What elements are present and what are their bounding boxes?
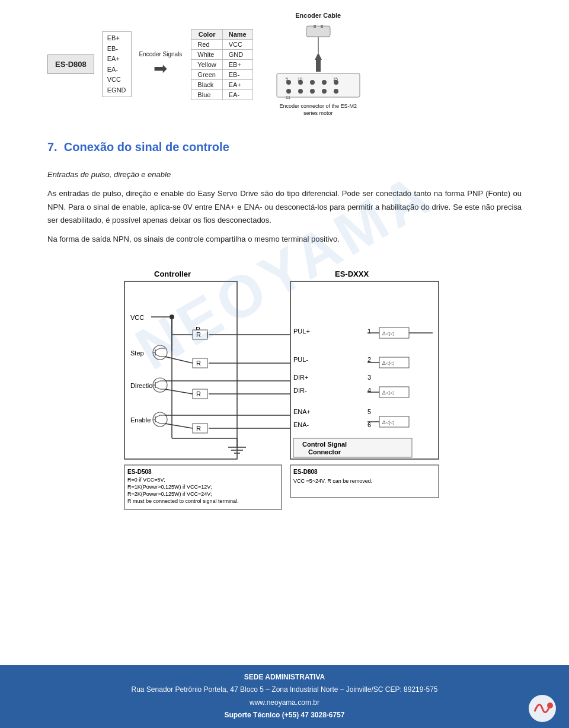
paragraph-1: As entradas de pulso, direção e enable d… <box>47 187 522 226</box>
svg-text:6: 6 <box>367 421 371 428</box>
svg-text:R=2K(Power>0.125W) if VCC=24V;: R=2K(Power>0.125W) if VCC=24V; <box>127 491 212 497</box>
svg-point-120 <box>547 703 553 708</box>
svg-text:ES-D508: ES-D508 <box>127 469 152 475</box>
footer-support: Suporte Técnico (+55) 47 3028-6757 <box>224 711 344 719</box>
footer-logo <box>528 694 557 723</box>
svg-text:4: 4 <box>367 387 371 394</box>
table-row: BlueEA- <box>191 89 252 100</box>
svg-text:ES-DXXX: ES-DXXX <box>335 270 369 278</box>
black-color-cell: Black <box>191 79 222 89</box>
svg-text:15: 15 <box>333 77 338 81</box>
svg-text:5: 5 <box>367 408 371 415</box>
footer-company: SEDE ADMINISTRATIVA <box>244 673 325 681</box>
svg-text:11: 11 <box>286 95 290 100</box>
svg-point-9 <box>310 80 315 85</box>
svg-point-12 <box>286 89 291 94</box>
connector-caption: Encoder connector of the ES-M2 series mo… <box>274 103 363 117</box>
svg-rect-23 <box>290 281 439 459</box>
table-row: WhiteGND <box>191 49 252 59</box>
section-number: 7. <box>47 140 57 153</box>
svg-text:DIR+: DIR+ <box>293 374 308 381</box>
encoder-cable-label: Encoder Cable <box>295 12 341 19</box>
svg-text:∆◁◁: ∆◁◁ <box>382 331 394 336</box>
section-heading: 7. Conexão do sinal de controle <box>47 140 522 154</box>
paragraph-intro: Entradas de pulso, direção e enable <box>47 168 522 181</box>
svg-rect-6 <box>277 73 360 97</box>
svg-text:R: R <box>196 425 201 432</box>
svg-text:DIR-: DIR- <box>293 387 307 394</box>
table-row: GreenEB- <box>191 69 252 79</box>
svg-rect-21 <box>124 281 237 459</box>
encoder-diagram-section: ES-D808 EB+ EB- EA+ EA- VCC EGND Encoder… <box>47 12 522 117</box>
svg-text:3: 3 <box>367 374 371 381</box>
svg-rect-2 <box>321 25 323 28</box>
svg-text:R=0 if VCC=5V;: R=0 if VCC=5V; <box>127 477 165 483</box>
section-title: Conexão do sinal de controle <box>64 140 229 153</box>
svg-point-14 <box>310 89 315 94</box>
svg-text:ENA-: ENA- <box>293 421 309 428</box>
footer-website: www.neoyama.com.br <box>250 698 319 707</box>
svg-text:1: 1 <box>367 328 371 335</box>
encoder-cable-svg: 5 10 15 11 <box>271 23 366 100</box>
svg-text:ES-D808: ES-D808 <box>293 469 318 475</box>
svg-text:VCC =5~24V. R can be removed.: VCC =5~24V. R can be removed. <box>293 478 372 484</box>
signals-list: EB+ EB- EA+ EA- VCC EGND <box>102 31 132 98</box>
svg-text:Direction: Direction <box>130 382 156 389</box>
svg-rect-5 <box>316 60 321 72</box>
svg-text:R: R <box>196 331 201 338</box>
svg-rect-1 <box>314 25 316 28</box>
svg-text:Control Signal: Control Signal <box>302 441 347 448</box>
white-color-cell: White <box>191 49 222 59</box>
svg-text:10: 10 <box>298 77 302 81</box>
svg-text:Controller: Controller <box>154 270 191 278</box>
col-name-header: Name <box>222 29 252 39</box>
page-footer: SEDE ADMINISTRATIVA Rua Senador Petrônio… <box>0 665 569 728</box>
svg-text:∆◁◁: ∆◁◁ <box>382 360 394 366</box>
col-color-header: Color <box>191 29 222 39</box>
svg-point-10 <box>322 80 327 85</box>
svg-text:ENA+: ENA+ <box>293 408 311 415</box>
svg-text:R=1K(Power>0.125W) if VCC=12V;: R=1K(Power>0.125W) if VCC=12V; <box>127 484 212 490</box>
svg-text:VCC: VCC <box>130 314 144 321</box>
svg-text:∆◁◁: ∆◁◁ <box>382 390 394 396</box>
es-d808-box: ES-D808 <box>47 54 94 74</box>
svg-text:2: 2 <box>367 356 371 363</box>
svg-text:R: R <box>196 360 201 367</box>
svg-text:R: R <box>196 390 201 397</box>
svg-text:Step: Step <box>130 349 144 357</box>
svg-text:Connector: Connector <box>308 448 341 456</box>
color-name-table: Color Name RedVCC WhiteGND YellowEB+ Gre… <box>191 29 252 100</box>
svg-text:R must be connected to control: R must be connected to control signal te… <box>127 498 239 504</box>
table-row: BlackEA+ <box>191 79 252 89</box>
circuit-svg: Controller ES-DXXX VCC R R PUL+ 1 <box>119 264 450 518</box>
svg-point-15 <box>322 89 327 94</box>
footer-address: Rua Senador Petrônio Portela, 47 Bloco 5… <box>132 685 438 694</box>
svg-point-16 <box>334 89 338 94</box>
encoder-signals-arrow: Encoder Signals ➡ <box>139 51 183 78</box>
svg-text:∆◁◁: ∆◁◁ <box>382 419 394 425</box>
svg-point-13 <box>298 89 303 94</box>
svg-text:Enable: Enable <box>130 416 151 424</box>
svg-rect-0 <box>306 26 330 37</box>
table-row: RedVCC <box>191 39 252 49</box>
encoder-signals-label: Encoder Signals <box>139 51 183 57</box>
svg-marker-4 <box>315 53 322 60</box>
svg-text:PUL+: PUL+ <box>293 328 310 335</box>
circuit-diagram-section: Controller ES-DXXX VCC R R PUL+ 1 <box>119 264 450 521</box>
table-row: YellowEB+ <box>191 59 252 69</box>
svg-text:5: 5 <box>286 77 288 81</box>
paragraph-2: Na forma de saída NPN, os sinais de cont… <box>47 233 522 246</box>
svg-text:PUL-: PUL- <box>293 356 308 363</box>
